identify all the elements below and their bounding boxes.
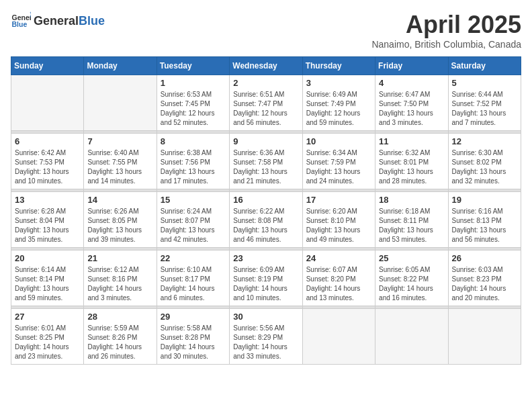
calendar-cell: 25Sunrise: 6:05 AM Sunset: 8:22 PM Dayli… (375, 250, 448, 306)
calendar-cell: 5Sunrise: 6:44 AM Sunset: 7:52 PM Daylig… (448, 75, 521, 131)
calendar-cell: 14Sunrise: 6:26 AM Sunset: 8:05 PM Dayli… (84, 192, 157, 248)
weekday-header-saturday: Saturday (448, 57, 521, 75)
weekday-header-row: SundayMondayTuesdayWednesdayThursdayFrid… (11, 57, 521, 75)
calendar-cell: 7Sunrise: 6:40 AM Sunset: 7:55 PM Daylig… (84, 134, 157, 189)
day-info: Sunrise: 6:40 AM Sunset: 7:55 PM Dayligh… (87, 148, 152, 186)
calendar-cell: 16Sunrise: 6:22 AM Sunset: 8:08 PM Dayli… (230, 192, 302, 248)
logo-blue-text: Blue (79, 14, 105, 28)
day-number: 17 (306, 195, 371, 205)
day-info: Sunrise: 6:38 AM Sunset: 7:56 PM Dayligh… (161, 148, 226, 186)
calendar-table: SundayMondayTuesdayWednesdayThursdayFrid… (11, 56, 521, 365)
title-area: April 2025 Nanaimo, British Columbia, Ca… (371, 11, 521, 50)
day-number: 15 (161, 195, 226, 205)
day-number: 30 (233, 312, 298, 322)
day-number: 5 (452, 78, 517, 88)
calendar-cell: 20Sunrise: 6:14 AM Sunset: 8:14 PM Dayli… (11, 250, 84, 306)
calendar-cell: 22Sunrise: 6:10 AM Sunset: 8:17 PM Dayli… (157, 250, 229, 306)
calendar-cell: 26Sunrise: 6:03 AM Sunset: 8:23 PM Dayli… (448, 250, 521, 306)
calendar-cell (375, 309, 448, 365)
day-info: Sunrise: 6:20 AM Sunset: 8:10 PM Dayligh… (306, 207, 371, 244)
day-number: 21 (87, 253, 152, 263)
calendar-cell: 24Sunrise: 6:07 AM Sunset: 8:20 PM Dayli… (302, 250, 375, 306)
day-info: Sunrise: 5:58 AM Sunset: 8:28 PM Dayligh… (161, 324, 226, 361)
weekday-header-sunday: Sunday (11, 57, 84, 75)
calendar-cell: 2Sunrise: 6:51 AM Sunset: 7:47 PM Daylig… (230, 75, 302, 131)
day-number: 9 (233, 136, 298, 146)
day-info: Sunrise: 6:51 AM Sunset: 7:47 PM Dayligh… (233, 90, 298, 128)
week-row-1: 1Sunrise: 6:53 AM Sunset: 7:45 PM Daylig… (11, 75, 521, 131)
day-info: Sunrise: 6:26 AM Sunset: 8:05 PM Dayligh… (87, 207, 152, 244)
day-number: 6 (15, 136, 80, 146)
calendar-cell: 4Sunrise: 6:47 AM Sunset: 7:50 PM Daylig… (375, 75, 448, 131)
calendar-cell: 1Sunrise: 6:53 AM Sunset: 7:45 PM Daylig… (157, 75, 229, 131)
day-number: 23 (233, 253, 298, 263)
calendar-cell: 13Sunrise: 6:28 AM Sunset: 8:04 PM Dayli… (11, 192, 84, 248)
day-info: Sunrise: 6:12 AM Sunset: 8:16 PM Dayligh… (87, 265, 152, 303)
weekday-header-thursday: Thursday (302, 57, 375, 75)
calendar-cell: 8Sunrise: 6:38 AM Sunset: 7:56 PM Daylig… (157, 134, 229, 189)
day-number: 18 (379, 195, 444, 205)
day-info: Sunrise: 6:05 AM Sunset: 8:22 PM Dayligh… (379, 265, 444, 303)
calendar-title: April 2025 (371, 11, 521, 39)
weekday-header-tuesday: Tuesday (157, 57, 229, 75)
day-info: Sunrise: 6:22 AM Sunset: 8:08 PM Dayligh… (233, 207, 298, 244)
day-number: 14 (87, 195, 152, 205)
day-info: Sunrise: 6:09 AM Sunset: 8:19 PM Dayligh… (233, 265, 298, 303)
header: General Blue General Blue April 2025 Nan… (11, 11, 521, 50)
day-info: Sunrise: 6:36 AM Sunset: 7:58 PM Dayligh… (233, 148, 298, 186)
calendar-cell (11, 75, 84, 131)
calendar-cell: 28Sunrise: 5:59 AM Sunset: 8:26 PM Dayli… (84, 309, 157, 365)
day-number: 29 (161, 312, 226, 322)
day-info: Sunrise: 6:14 AM Sunset: 8:14 PM Dayligh… (15, 265, 80, 303)
calendar-cell (302, 309, 375, 365)
week-row-5: 27Sunrise: 6:01 AM Sunset: 8:25 PM Dayli… (11, 309, 521, 365)
day-info: Sunrise: 5:59 AM Sunset: 8:26 PM Dayligh… (87, 324, 152, 361)
calendar-cell: 27Sunrise: 6:01 AM Sunset: 8:25 PM Dayli… (11, 309, 84, 365)
weekday-header-friday: Friday (375, 57, 448, 75)
calendar-cell: 15Sunrise: 6:24 AM Sunset: 8:07 PM Dayli… (157, 192, 229, 248)
weekday-header-monday: Monday (84, 57, 157, 75)
weekday-header-wednesday: Wednesday (230, 57, 302, 75)
calendar-cell (84, 75, 157, 131)
calendar-cell: 10Sunrise: 6:34 AM Sunset: 7:59 PM Dayli… (302, 134, 375, 189)
day-info: Sunrise: 6:32 AM Sunset: 8:01 PM Dayligh… (379, 148, 444, 186)
day-info: Sunrise: 6:18 AM Sunset: 8:11 PM Dayligh… (379, 207, 444, 244)
day-info: Sunrise: 6:42 AM Sunset: 7:53 PM Dayligh… (15, 148, 80, 186)
day-number: 13 (15, 195, 80, 205)
calendar-cell: 12Sunrise: 6:30 AM Sunset: 8:02 PM Dayli… (448, 134, 521, 189)
day-number: 27 (15, 312, 80, 322)
calendar-cell: 19Sunrise: 6:16 AM Sunset: 8:13 PM Dayli… (448, 192, 521, 248)
day-number: 4 (379, 78, 444, 88)
week-row-4: 20Sunrise: 6:14 AM Sunset: 8:14 PM Dayli… (11, 250, 521, 306)
calendar-cell: 9Sunrise: 6:36 AM Sunset: 7:58 PM Daylig… (230, 134, 302, 189)
day-number: 28 (87, 312, 152, 322)
calendar-cell (448, 309, 521, 365)
week-row-3: 13Sunrise: 6:28 AM Sunset: 8:04 PM Dayli… (11, 192, 521, 248)
day-number: 10 (306, 136, 371, 146)
day-info: Sunrise: 6:49 AM Sunset: 7:49 PM Dayligh… (306, 90, 371, 128)
day-info: Sunrise: 6:07 AM Sunset: 8:20 PM Dayligh… (306, 265, 371, 303)
day-info: Sunrise: 6:16 AM Sunset: 8:13 PM Dayligh… (452, 207, 517, 244)
logo-general-text: General (34, 14, 79, 28)
logo: General Blue General Blue (11, 11, 105, 31)
day-number: 22 (161, 253, 226, 263)
day-info: Sunrise: 6:44 AM Sunset: 7:52 PM Dayligh… (452, 90, 517, 128)
day-number: 16 (233, 195, 298, 205)
day-number: 26 (452, 253, 517, 263)
day-number: 3 (306, 78, 371, 88)
day-number: 1 (161, 78, 226, 88)
day-info: Sunrise: 6:10 AM Sunset: 8:17 PM Dayligh… (161, 265, 226, 303)
day-number: 7 (87, 136, 152, 146)
day-info: Sunrise: 6:30 AM Sunset: 8:02 PM Dayligh… (452, 148, 517, 186)
day-info: Sunrise: 6:28 AM Sunset: 8:04 PM Dayligh… (15, 207, 80, 244)
calendar-subtitle: Nanaimo, British Columbia, Canada (371, 39, 521, 50)
day-info: Sunrise: 6:53 AM Sunset: 7:45 PM Dayligh… (161, 90, 226, 128)
day-info: Sunrise: 6:24 AM Sunset: 8:07 PM Dayligh… (161, 207, 226, 244)
day-number: 19 (452, 195, 517, 205)
day-info: Sunrise: 6:47 AM Sunset: 7:50 PM Dayligh… (379, 90, 444, 128)
logo-icon: General Blue (11, 11, 31, 31)
day-info: Sunrise: 6:34 AM Sunset: 7:59 PM Dayligh… (306, 148, 371, 186)
day-number: 20 (15, 253, 80, 263)
week-row-2: 6Sunrise: 6:42 AM Sunset: 7:53 PM Daylig… (11, 134, 521, 189)
day-number: 12 (452, 136, 517, 146)
